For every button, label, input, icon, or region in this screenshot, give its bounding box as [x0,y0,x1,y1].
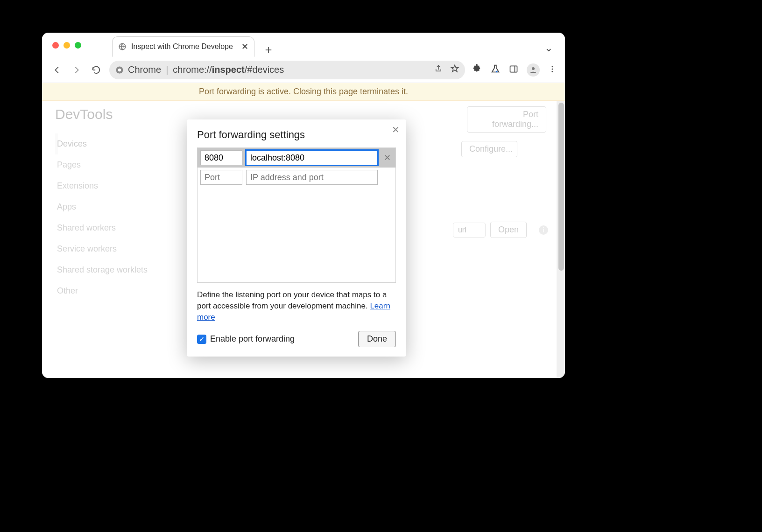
extension-icons [472,63,557,77]
modal-footer: ✓ Enable port forwarding Done [197,331,396,347]
new-tab-button[interactable]: ＋ [261,42,276,57]
enable-port-forwarding-checkbox[interactable]: ✓ Enable port forwarding [197,334,295,344]
site-chip-label: Chrome [128,64,161,75]
address-input-empty[interactable] [246,170,378,185]
browser-window: Inspect with Chrome Develope ✕ ＋ ⌄ Chrom… [42,33,565,378]
side-panel-icon[interactable] [509,64,518,76]
scrollbar[interactable] [557,101,565,378]
modal-close-icon[interactable]: ✕ [392,124,400,135]
toolbar: Chrome | chrome://inspect/#devices [42,57,565,83]
svg-point-7 [552,68,553,70]
port-input[interactable] [200,150,242,165]
delete-rule-icon[interactable]: ✕ [381,153,393,163]
tabs-menu-chevron-icon[interactable]: ⌄ [544,42,553,54]
chrome-icon [115,65,124,75]
profile-avatar[interactable] [527,63,540,77]
svg-point-6 [552,66,553,67]
content-area: Port forwarding is active. Closing this … [42,83,565,378]
port-rules-table: ✕ ✕ [197,147,396,283]
address-input[interactable] [246,150,378,165]
modal-title: Port forwarding settings [197,129,396,141]
page-body: DevTools Devices Pages Extensions Apps S… [42,101,565,378]
port-rule-empty-row: ✕ [198,168,395,187]
forward-button[interactable] [70,63,83,77]
window-titlebar: Inspect with Chrome Develope ✕ ＋ ⌄ [42,33,565,57]
tab-active[interactable]: Inspect with Chrome Develope ✕ [112,36,254,57]
modal-help-text: Define the listening port on your device… [197,289,396,322]
reload-button[interactable] [90,63,103,77]
bookmark-star-icon[interactable] [450,64,459,76]
zoom-window-icon[interactable] [75,42,81,49]
svg-point-8 [552,70,553,72]
close-tab-icon[interactable]: ✕ [241,42,248,52]
checkbox-checked-icon: ✓ [197,335,206,344]
svg-point-5 [532,67,535,70]
extensions-puzzle-icon[interactable] [472,64,482,76]
svg-rect-4 [510,66,517,72]
done-button[interactable]: Done [358,331,396,347]
port-rule-row: ✕ [198,148,395,168]
port-forwarding-banner: Port forwarding is active. Closing this … [42,83,565,101]
scrollbar-thumb[interactable] [558,103,564,271]
checkbox-label: Enable port forwarding [210,334,295,344]
address-bar[interactable]: Chrome | chrome://inspect/#devices [109,61,465,79]
svg-point-2 [118,68,121,71]
omnibox-url: chrome://inspect/#devices [173,64,284,75]
tab-title: Inspect with Chrome Develope [131,42,233,51]
omnibox-separator: | [166,64,168,75]
overflow-menu-icon[interactable] [548,65,557,75]
tabstrip: Inspect with Chrome Develope ✕ ＋ [112,35,542,57]
close-window-icon[interactable] [52,42,59,49]
site-chip: Chrome [115,64,161,75]
share-icon[interactable] [434,64,443,75]
back-button[interactable] [50,63,64,77]
labs-flask-icon[interactable] [490,64,501,76]
globe-icon [118,42,127,51]
window-controls [52,42,81,49]
minimize-window-icon[interactable] [64,42,70,49]
svg-point-3 [496,70,498,72]
port-forwarding-modal: ✕ Port forwarding settings ✕ ✕ De [187,119,406,357]
port-input-empty[interactable] [200,170,242,185]
